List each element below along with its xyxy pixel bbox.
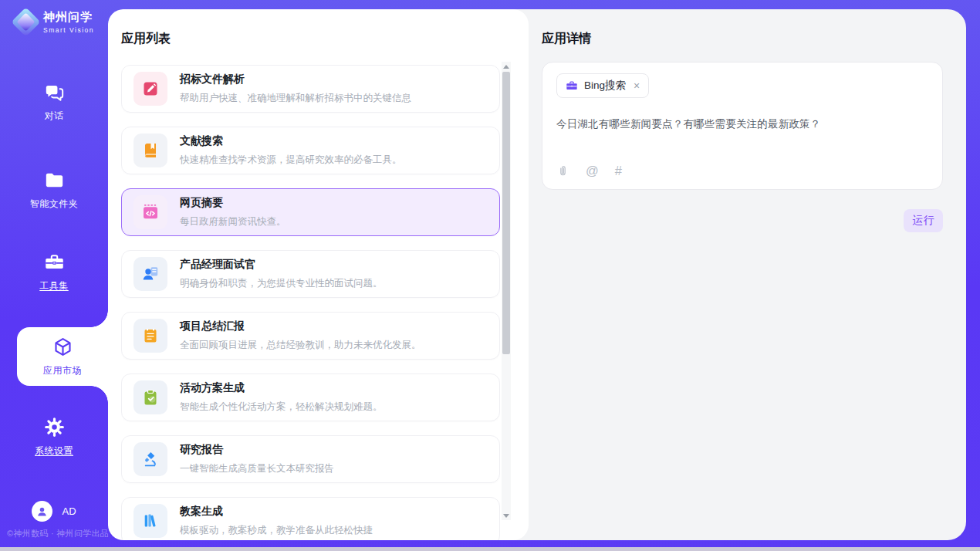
activity-plan-icon [133, 380, 167, 414]
bid-parse-icon [133, 72, 167, 106]
paperclip-icon[interactable] [556, 164, 569, 177]
app-name: 教案生成 [180, 505, 373, 519]
tool-chip-bing-search[interactable]: Bing搜索 × [556, 73, 649, 98]
app-name: 网页摘要 [180, 196, 286, 210]
user-name: AD [62, 505, 76, 517]
app-list-item[interactable]: 教案生成 模板驱动，教案秒成，教学准备从此轻松快捷 [121, 497, 500, 540]
app-description: 每日政府新闻资讯快查。 [180, 215, 286, 228]
app-name: 项目总结汇报 [180, 319, 421, 333]
query-text[interactable]: 今日湖北有哪些新闻要点？有哪些需要关注的最新政策？ [556, 117, 928, 131]
sidebar: 神州问学 Smart Vision 对话 智能文件夹 工具集 应用市场 系统设置 [0, 0, 108, 547]
app-description: 模板驱动，教案秒成，教学准备从此轻松快捷 [180, 524, 373, 537]
avatar[interactable] [32, 501, 52, 522]
research-report-icon [133, 442, 167, 476]
app-description: 智能生成个性化活动方案，轻松解决规划难题。 [180, 401, 383, 414]
brand-name: 神州问学 [43, 10, 94, 25]
sidebar-item-smart-folder[interactable]: 智能文件夹 [0, 170, 108, 211]
app-list-item[interactable]: 产品经理面试官 明确身份和职责，为您提供专业性的面试问题。 [121, 250, 500, 298]
lesson-plan-icon [133, 504, 167, 538]
sidebar-item-toolset[interactable]: 工具集 [0, 252, 108, 292]
app-list-panel: 应用列表 招标文件解析 帮助用户快速、准确地理解和解析招标书中的关键信息 文献搜… [108, 9, 529, 540]
tool-chip-label: Bing搜索 [584, 79, 626, 93]
app-list-item[interactable]: 项目总结汇报 全面回顾项目进展，总结经验教训，助力未来优化发展。 [121, 312, 500, 360]
app-name: 研究报告 [180, 443, 334, 457]
run-button[interactable]: 运行 [904, 209, 943, 232]
folder-icon [44, 170, 65, 191]
toolbox-icon [44, 252, 65, 272]
close-icon[interactable]: × [634, 80, 640, 91]
app-list-item[interactable]: 网页摘要 每日政府新闻资讯快查。 [121, 188, 500, 236]
app-description: 全面回顾项目进展，总结经验教训，助力未来优化发展。 [180, 339, 421, 352]
app-detail-title: 应用详情 [542, 31, 591, 47]
sidebar-item-chat[interactable]: 对话 [0, 82, 108, 123]
nav-label: 对话 [45, 110, 64, 123]
app-name: 文献搜索 [180, 134, 402, 148]
cube-icon [52, 336, 73, 357]
scrollbar-thumb[interactable] [502, 72, 510, 354]
user-row[interactable]: AD [0, 501, 108, 522]
briefcase-icon [566, 79, 578, 92]
app-description: 帮助用户快速、准确地理解和解析招标书中的关键信息 [180, 92, 411, 105]
interviewer-icon [133, 257, 167, 291]
app-name: 产品经理面试官 [180, 258, 383, 272]
app-list: 招标文件解析 帮助用户快速、准确地理解和解析招标书中的关键信息 文献搜索 快速精… [121, 65, 500, 540]
copyright-text: ©神州数码 · 神州问学出品 [7, 528, 109, 539]
at-mention-icon[interactable]: @ [586, 164, 599, 178]
app-list-item[interactable]: 活动方案生成 智能生成个性化活动方案，轻松解决规划难题。 [121, 374, 500, 421]
app-detail-card: Bing搜索 × 今日湖北有哪些新闻要点？有哪些需要关注的最新政策？ @ # [542, 62, 943, 190]
app-name: 活动方案生成 [180, 381, 383, 395]
brand-subtitle: Smart Vision [43, 26, 94, 34]
web-summary-icon [133, 195, 167, 229]
app-detail-section: 应用详情 Bing搜索 × 今日湖北有哪些新闻要点？有哪些需要关注的最新政策？ … [529, 9, 966, 540]
project-summary-icon [133, 319, 167, 353]
sidebar-item-settings[interactable]: 系统设置 [0, 417, 108, 458]
app-name: 招标文件解析 [180, 73, 411, 86]
scroll-up-icon[interactable] [502, 62, 511, 71]
app-description: 一键智能生成高质量长文本研究报告 [180, 462, 334, 475]
person-icon [35, 505, 49, 518]
nav-label: 应用市场 [43, 364, 82, 377]
sidebar-item-app-market[interactable]: 应用市场 [17, 327, 108, 386]
app-list-item[interactable]: 招标文件解析 帮助用户快速、准确地理解和解析招标书中的关键信息 [121, 65, 500, 113]
chat-icon [44, 82, 65, 103]
attachment-toolbar: @ # [556, 164, 622, 178]
brand-logo: 神州问学 Smart Vision [15, 10, 94, 34]
book-search-icon [133, 134, 167, 167]
app-description: 快速精准查找学术资源，提高研究效率的必备工具。 [180, 154, 402, 167]
scroll-down-icon[interactable] [502, 511, 511, 520]
main-surface: 应用列表 招标文件解析 帮助用户快速、准确地理解和解析招标书中的关键信息 文献搜… [108, 9, 966, 540]
nav-label: 系统设置 [35, 445, 73, 458]
brand-diamond-icon [11, 7, 40, 36]
nav-label: 智能文件夹 [30, 198, 79, 211]
nav-label: 工具集 [39, 279, 69, 292]
app-list-item[interactable]: 研究报告 一键智能生成高质量长文本研究报告 [121, 435, 500, 483]
scrollbar[interactable] [502, 62, 511, 520]
app-description: 明确身份和职责，为您提供专业性的面试问题。 [180, 277, 383, 290]
hash-tag-icon[interactable]: # [615, 164, 622, 178]
bottom-edge-strip [0, 547, 980, 551]
gear-icon [44, 417, 65, 438]
app-list-title: 应用列表 [121, 31, 171, 47]
app-list-item[interactable]: 文献搜索 快速精准查找学术资源，提高研究效率的必备工具。 [121, 127, 500, 174]
